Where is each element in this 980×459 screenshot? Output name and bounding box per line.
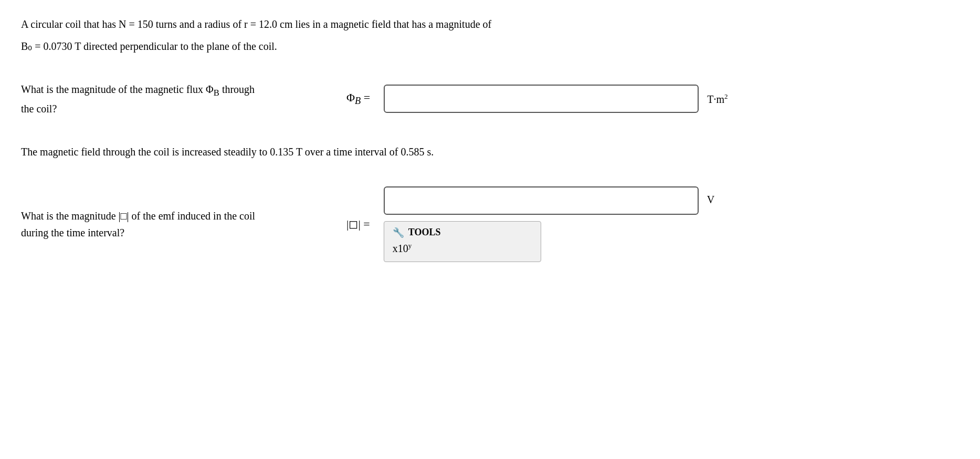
intro-line2-text: B₀ = 0.0730 T directed perpendicular to … bbox=[21, 40, 277, 52]
phi-sub: B bbox=[214, 88, 219, 98]
interlude-block: The magnetic field through the coil is i… bbox=[21, 143, 959, 160]
tools-x10[interactable]: x10y bbox=[393, 242, 532, 255]
question1-unit: T·m2 bbox=[707, 92, 728, 106]
tools-label: TOOLS bbox=[408, 227, 441, 238]
question1-label-line1: What is the magnitude of the magnetic fl… bbox=[21, 81, 346, 100]
question2-equation-label: |◻| = bbox=[346, 217, 370, 231]
question2-label-line1: What is the magnitude |□| of the emf ind… bbox=[21, 207, 346, 224]
question2-unit: V bbox=[707, 194, 714, 206]
interlude-text: The magnetic field through the coil is i… bbox=[21, 143, 959, 160]
question1-answer-input[interactable] bbox=[384, 85, 699, 113]
question2-label: What is the magnitude |□| of the emf ind… bbox=[21, 207, 346, 241]
question2-block: What is the magnitude |□| of the emf ind… bbox=[21, 186, 959, 263]
tools-x10-sup: y bbox=[408, 242, 412, 249]
question1-row: What is the magnitude of the magnetic fl… bbox=[21, 81, 959, 117]
question2-input-row: |◻| = 🔧 TOOLS x10y V bbox=[346, 186, 959, 263]
question2-label-line2: during the time interval? bbox=[21, 224, 346, 241]
intro-line1: A circular coil that has N = 150 turns a… bbox=[21, 16, 959, 33]
question1-label-line2: the coil? bbox=[21, 100, 346, 117]
question1-equation-label: ΦB = bbox=[346, 91, 370, 107]
question1-block: What is the magnitude of the magnetic fl… bbox=[21, 81, 959, 117]
question1-label: What is the magnitude of the magnetic fl… bbox=[21, 81, 346, 117]
tools-dropdown[interactable]: 🔧 TOOLS x10y bbox=[384, 221, 541, 263]
tools-header: 🔧 TOOLS bbox=[393, 227, 532, 238]
problem-intro: A circular coil that has N = 150 turns a… bbox=[21, 16, 959, 55]
tools-x10-text: x10 bbox=[393, 242, 408, 254]
question2-answer-input[interactable] bbox=[384, 186, 699, 215]
wrench-icon: 🔧 bbox=[393, 227, 404, 238]
question2-input-area: 🔧 TOOLS x10y bbox=[384, 186, 699, 263]
intro-line1-text: A circular coil that has N = 150 turns a… bbox=[21, 18, 491, 30]
question2-row: What is the magnitude |□| of the emf ind… bbox=[21, 186, 959, 263]
intro-line2: B₀ = 0.0730 T directed perpendicular to … bbox=[21, 38, 959, 55]
question1-input-row: ΦB = T·m2 bbox=[346, 85, 959, 113]
